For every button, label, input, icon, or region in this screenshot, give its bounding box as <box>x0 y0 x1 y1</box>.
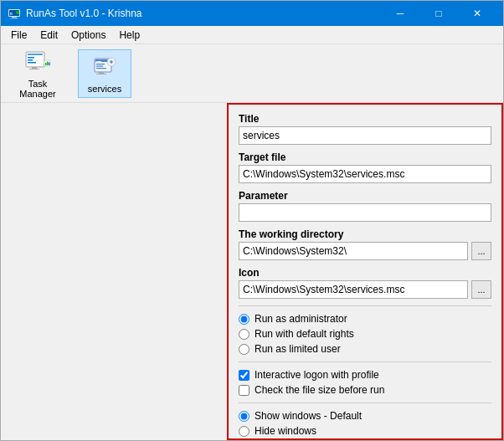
svg-rect-24 <box>96 68 106 69</box>
svg-rect-3 <box>10 18 18 19</box>
maximize-button[interactable]: □ <box>419 1 458 26</box>
svg-rect-22 <box>96 64 105 64</box>
svg-rect-11 <box>28 62 36 64</box>
interactive-logon-label: Interactive logon with profile <box>255 369 379 381</box>
menu-file[interactable]: File <box>4 28 33 43</box>
run-default-rights-label: Run with default rights <box>255 328 354 340</box>
toolbar: Task Manager services <box>1 44 503 103</box>
svg-rect-25 <box>99 72 104 74</box>
icon-browse-button[interactable]: ... <box>471 280 491 299</box>
svg-rect-15 <box>45 63 47 65</box>
parameter-group: Parameter <box>239 190 491 222</box>
title-bar: R RunAs Tool v1.0 - Krishna ─ □ ✕ <box>1 1 503 26</box>
menu-help[interactable]: Help <box>112 28 147 43</box>
toolbar-item-taskmanager[interactable]: Task Manager <box>11 45 64 102</box>
menu-edit[interactable]: Edit <box>33 28 64 43</box>
toolbar-label-services: services <box>88 84 121 94</box>
run-limited-user-label: Run as limited user <box>255 343 341 355</box>
hide-windows-option[interactable]: Hide windows <box>239 425 491 437</box>
parameter-label: Parameter <box>239 190 491 202</box>
hide-windows-label: Hide windows <box>255 425 316 437</box>
window-controls: ─ □ ✕ <box>381 1 496 26</box>
hide-windows-radio[interactable] <box>239 426 249 437</box>
interactive-logon-item[interactable]: Interactive logon with profile <box>239 369 491 381</box>
run-as-admin-option[interactable]: Run as administrator <box>239 313 491 325</box>
right-panel: Title Target file Parameter The working … <box>227 103 503 440</box>
divider-2 <box>239 362 491 362</box>
working-dir-label: The working directory <box>239 228 491 240</box>
title-input[interactable] <box>239 126 491 145</box>
divider-3 <box>239 403 491 403</box>
toolbar-item-services[interactable]: services <box>78 49 131 98</box>
svg-rect-17 <box>49 62 50 65</box>
run-options-group: Run as administrator Run with default ri… <box>239 313 491 355</box>
show-windows-option[interactable]: Show windows - Default <box>239 410 491 422</box>
svg-text:R: R <box>10 12 13 16</box>
target-file-label: Target file <box>239 151 491 163</box>
check-file-size-checkbox[interactable] <box>239 385 249 396</box>
interactive-logon-checkbox[interactable] <box>239 370 249 381</box>
run-as-admin-radio[interactable] <box>239 314 249 325</box>
services-icon <box>91 54 118 80</box>
run-as-admin-label: Run as administrator <box>255 313 347 325</box>
parameter-input[interactable] <box>239 203 491 222</box>
target-file-input[interactable] <box>239 165 491 183</box>
title-group: Title <box>239 113 491 145</box>
taskmanager-icon <box>24 49 51 75</box>
window-options-group: Show windows - Default Hide windows Mini… <box>239 410 491 440</box>
menu-bar: File Edit Options Help <box>1 26 503 44</box>
minimize-button[interactable]: ─ <box>381 1 419 26</box>
show-windows-radio[interactable] <box>239 411 249 422</box>
working-dir-browse-button[interactable]: ... <box>471 242 491 260</box>
divider-1 <box>239 305 491 306</box>
working-dir-input[interactable] <box>239 242 468 260</box>
icon-group: Icon ... <box>239 267 491 299</box>
main-content: Title Target file Parameter The working … <box>1 103 503 440</box>
toolbar-label-taskmanager: Task Manager <box>18 79 58 99</box>
app-icon: R <box>8 7 21 20</box>
title-label: Title <box>239 113 491 125</box>
working-dir-group: The working directory ... <box>239 228 491 260</box>
main-window: R RunAs Tool v1.0 - Krishna ─ □ ✕ File E… <box>0 0 504 441</box>
left-panel <box>1 103 227 440</box>
icon-input[interactable] <box>239 280 468 299</box>
svg-rect-10 <box>28 59 33 61</box>
svg-rect-2 <box>12 17 17 18</box>
icon-label: Icon <box>239 267 491 279</box>
run-limited-user-radio[interactable] <box>239 344 249 355</box>
checkbox-group: Interactive logon with profile Check the… <box>239 369 491 396</box>
svg-rect-12 <box>32 67 37 69</box>
show-windows-label: Show windows - Default <box>255 410 362 422</box>
svg-rect-13 <box>29 69 39 69</box>
svg-rect-9 <box>28 57 34 59</box>
check-file-size-item[interactable]: Check the file size before run <box>239 384 491 396</box>
menu-options[interactable]: Options <box>64 28 112 43</box>
check-file-size-label: Check the file size before run <box>255 384 384 396</box>
svg-rect-8 <box>28 54 43 55</box>
svg-rect-16 <box>47 61 49 65</box>
svg-point-4 <box>16 11 19 14</box>
close-button[interactable]: ✕ <box>458 1 496 26</box>
svg-rect-26 <box>96 74 106 74</box>
svg-rect-21 <box>96 61 101 62</box>
run-limited-user-option[interactable]: Run as limited user <box>239 343 491 355</box>
window-title: RunAs Tool v1.0 - Krishna <box>26 8 381 19</box>
svg-rect-23 <box>96 65 103 66</box>
run-default-rights-radio[interactable] <box>239 329 249 340</box>
run-default-rights-option[interactable]: Run with default rights <box>239 328 491 340</box>
target-file-group: Target file <box>239 151 491 183</box>
